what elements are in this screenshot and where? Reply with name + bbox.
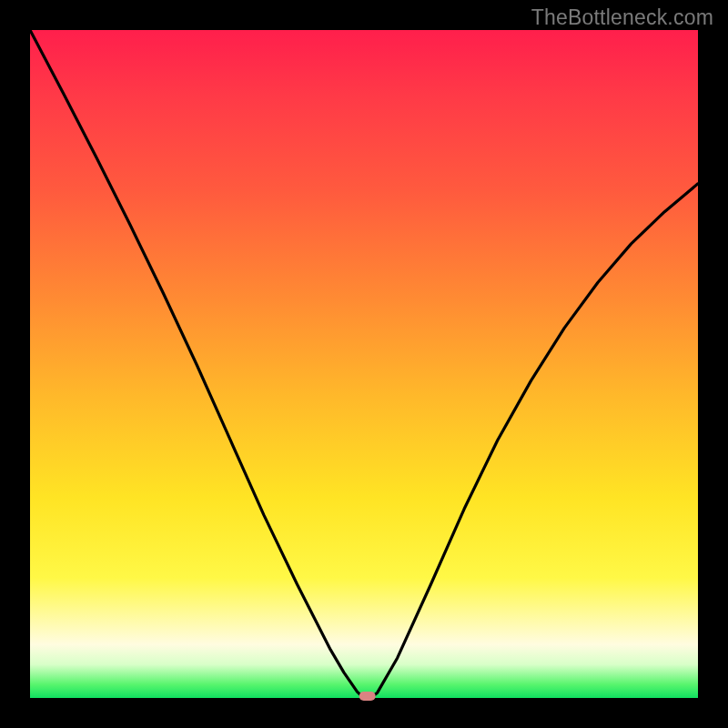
plot-area xyxy=(30,30,698,698)
chart-frame: TheBottleneck.com xyxy=(0,0,728,728)
bottleneck-curve-path xyxy=(30,30,698,698)
min-marker xyxy=(359,692,376,701)
curve-svg xyxy=(30,30,698,698)
watermark-text: TheBottleneck.com xyxy=(531,5,713,30)
